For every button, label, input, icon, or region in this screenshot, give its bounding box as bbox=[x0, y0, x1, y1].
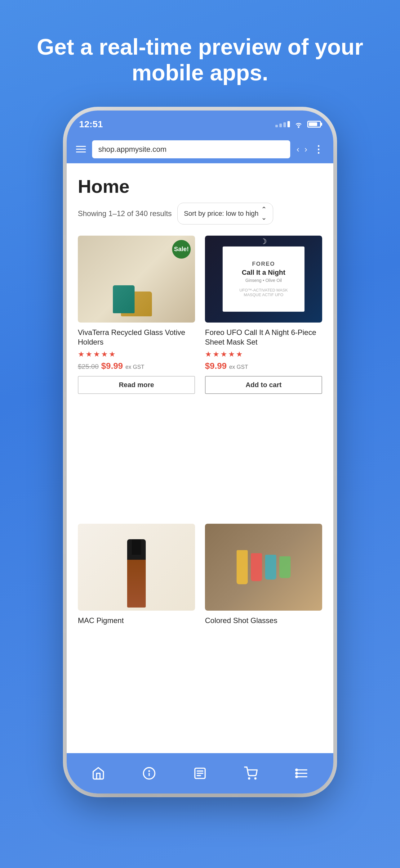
home-icon bbox=[92, 767, 105, 780]
product-card: Colored Shot Glasses bbox=[200, 519, 327, 753]
browser-bar: shop.appmysite.com ‹ › ⋮ bbox=[67, 135, 333, 163]
sale-price: $9.99 bbox=[101, 361, 123, 371]
ex-gst-label: ex GST bbox=[229, 364, 248, 370]
product-name: Foreo UFO Call It A Night 6-Piece Sheet … bbox=[205, 328, 322, 347]
star-icon: ★ bbox=[205, 350, 212, 359]
add-to-cart-button[interactable]: Add to cart bbox=[205, 376, 322, 394]
product-card: FOREO Call It a Night Ginseng • Olive Oi… bbox=[200, 231, 327, 519]
star-icon: ★ bbox=[228, 350, 235, 359]
glass-3 bbox=[265, 555, 276, 580]
list-icon bbox=[295, 767, 308, 780]
star-icon: ★ bbox=[109, 350, 116, 359]
product-rating: ★ ★ ★ ★ ★ bbox=[205, 350, 322, 359]
product-image-makeup[interactable] bbox=[78, 524, 195, 611]
products-grid: Sale! VivaTerra Recycled Glass Votive Ho… bbox=[67, 231, 333, 753]
hero-title: Get a real-time preview of your mobile a… bbox=[0, 34, 400, 86]
star-icon: ★ bbox=[86, 350, 92, 359]
nav-item-blog[interactable] bbox=[193, 767, 207, 780]
hamburger-icon[interactable] bbox=[76, 146, 86, 152]
more-options-icon[interactable]: ⋮ bbox=[313, 144, 324, 155]
sort-chevron-icon: ⌃⌄ bbox=[261, 206, 267, 222]
wifi-icon bbox=[294, 120, 304, 128]
price-row: $25.00 $9.99 ex GST bbox=[78, 361, 195, 371]
glass-2 bbox=[251, 553, 262, 581]
svg-point-8 bbox=[255, 778, 256, 779]
status-icons bbox=[275, 120, 321, 128]
battery-icon bbox=[307, 121, 321, 128]
star-icon: ★ bbox=[221, 350, 227, 359]
read-more-button[interactable]: Read more bbox=[78, 376, 195, 394]
star-icon: ★ bbox=[213, 350, 220, 359]
page-header: Home Showing 1–12 of 340 results Sort by… bbox=[67, 163, 333, 231]
page-title: Home bbox=[78, 176, 322, 197]
svg-point-7 bbox=[249, 778, 250, 779]
svg-point-14 bbox=[296, 776, 298, 778]
forward-arrow[interactable]: › bbox=[304, 144, 307, 154]
star-icon: ★ bbox=[236, 350, 243, 359]
url-bar[interactable]: shop.appmysite.com bbox=[92, 140, 290, 158]
signal-icon bbox=[275, 121, 290, 127]
url-text: shop.appmysite.com bbox=[98, 145, 167, 154]
product-image-mask[interactable]: FOREO Call It a Night Ginseng • Olive Oi… bbox=[205, 236, 322, 322]
mask-package: FOREO Call It a Night Ginseng • Olive Oi… bbox=[223, 247, 305, 312]
nav-item-home[interactable] bbox=[92, 767, 105, 780]
product-image-glasses[interactable] bbox=[205, 524, 322, 611]
sort-button[interactable]: Sort by price: low to high ⌃⌄ bbox=[177, 203, 273, 224]
svg-point-12 bbox=[296, 769, 298, 771]
results-bar: Showing 1–12 of 340 results Sort by pric… bbox=[78, 203, 322, 224]
makeup-image bbox=[78, 524, 195, 611]
info-icon bbox=[142, 767, 156, 780]
phone-frame: 12:51 shop.appmysite.com ‹ bbox=[67, 111, 333, 794]
star-icon: ★ bbox=[78, 350, 85, 359]
nav-item-list[interactable] bbox=[295, 767, 308, 780]
glasses-image bbox=[205, 524, 322, 611]
blog-icon bbox=[193, 767, 207, 780]
ex-gst-label: ex GST bbox=[125, 364, 144, 370]
bottom-nav bbox=[67, 753, 333, 794]
results-text: Showing 1–12 of 340 results bbox=[78, 209, 172, 218]
glass-4 bbox=[279, 556, 291, 578]
sort-label: Sort by price: low to high bbox=[184, 210, 259, 218]
product-name: MAC Pigment bbox=[78, 616, 195, 625]
star-icon: ★ bbox=[93, 350, 100, 359]
star-icon: ★ bbox=[101, 350, 108, 359]
svg-point-13 bbox=[296, 772, 298, 774]
app-content: Home Showing 1–12 of 340 results Sort by… bbox=[67, 163, 333, 753]
product-card: Sale! VivaTerra Recycled Glass Votive Ho… bbox=[73, 231, 200, 519]
status-bar: 12:51 bbox=[67, 111, 333, 135]
nav-item-info[interactable] bbox=[142, 767, 156, 780]
product-name: Colored Shot Glasses bbox=[205, 616, 322, 625]
nav-item-cart[interactable] bbox=[244, 767, 258, 780]
product-image-votive[interactable]: Sale! bbox=[78, 236, 195, 322]
mask-image: FOREO Call It a Night Ginseng • Olive Oi… bbox=[205, 236, 322, 322]
product-card: MAC Pigment bbox=[73, 519, 200, 753]
product-rating: ★ ★ ★ ★ ★ bbox=[78, 350, 195, 359]
sale-badge: Sale! bbox=[172, 240, 191, 258]
original-price: $25.00 bbox=[78, 363, 99, 371]
nav-arrows: ‹ › bbox=[296, 144, 307, 154]
makeup-bottle bbox=[127, 539, 146, 608]
sale-price: $9.99 bbox=[205, 361, 227, 371]
back-arrow[interactable]: ‹ bbox=[296, 144, 299, 154]
price-row: $9.99 ex GST bbox=[205, 361, 322, 371]
cart-icon bbox=[244, 767, 258, 780]
glass-1 bbox=[237, 550, 248, 584]
product-name: VivaTerra Recycled Glass Votive Holders bbox=[78, 328, 195, 347]
status-time: 12:51 bbox=[79, 119, 103, 129]
